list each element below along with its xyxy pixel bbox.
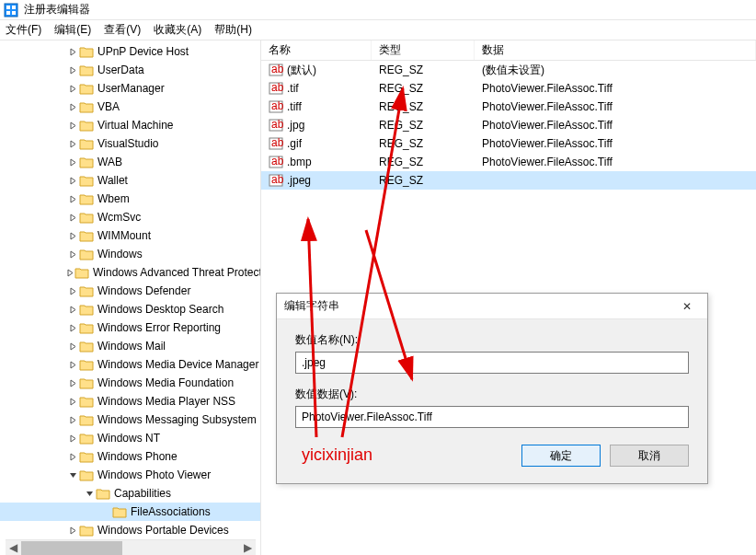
column-name[interactable]: 名称 xyxy=(261,40,372,60)
tree-item[interactable]: Capabilities xyxy=(0,484,260,503)
value-name-input[interactable] xyxy=(295,352,689,374)
svg-text:ab: ab xyxy=(271,99,283,112)
chevron-down-icon[interactable] xyxy=(83,487,96,500)
chevron-right-icon[interactable] xyxy=(66,211,79,224)
chevron-right-icon[interactable] xyxy=(66,64,79,76)
tree-panel[interactable]: UPnP Device HostUserDataUserManagerVBAVi… xyxy=(0,40,261,555)
chevron-right-icon[interactable] xyxy=(66,321,79,334)
chevron-right-icon[interactable] xyxy=(66,432,79,445)
tree-item[interactable]: UPnP Device Host xyxy=(0,42,260,61)
menu-file[interactable]: 文件(F) xyxy=(6,22,41,38)
table-row[interactable]: ab.jpgREG_SZPhotoViewer.FileAssoc.Tiff xyxy=(261,116,756,134)
column-type[interactable]: 类型 xyxy=(372,40,475,60)
tree-item[interactable]: VBA xyxy=(0,98,260,116)
chevron-right-icon[interactable] xyxy=(66,303,79,316)
tree-item[interactable]: Virtual Machine xyxy=(0,116,260,134)
chevron-right-icon[interactable] xyxy=(66,340,79,353)
chevron-right-icon[interactable] xyxy=(66,156,79,168)
tree-item[interactable]: Windows Photo Viewer xyxy=(0,466,260,484)
tree-item-label: UserManager xyxy=(97,82,165,95)
menu-help[interactable]: 帮助(H) xyxy=(214,22,252,38)
table-row[interactable]: ab.gifREG_SZPhotoViewer.FileAssoc.Tiff xyxy=(261,134,756,153)
tree-item[interactable]: Windows Messaging Subsystem xyxy=(0,410,260,429)
close-icon[interactable]: ✕ xyxy=(674,300,700,313)
tree-item[interactable]: WcmSvc xyxy=(0,208,260,226)
tree-item[interactable]: Windows Portable Devices xyxy=(0,521,260,539)
value-data: (数值未设置) xyxy=(475,63,756,78)
chevron-right-icon[interactable] xyxy=(66,45,79,58)
tree-item[interactable]: Windows Mail xyxy=(0,337,260,355)
chevron-right-icon[interactable] xyxy=(66,284,79,297)
tree-item[interactable]: FileAssociations xyxy=(0,503,260,521)
string-value-icon: ab xyxy=(269,81,283,96)
tree-item[interactable]: Windows Phone xyxy=(0,447,260,466)
window-title: 注册表编辑器 xyxy=(24,2,90,17)
table-row[interactable]: ab(默认)REG_SZ(数值未设置) xyxy=(261,61,756,79)
value-data-input[interactable] xyxy=(295,406,689,428)
tree-item[interactable]: VisualStudio xyxy=(0,134,260,153)
chevron-right-icon[interactable] xyxy=(66,524,79,537)
column-data[interactable]: 数据 xyxy=(475,40,756,60)
ok-button[interactable]: 确定 xyxy=(521,445,601,467)
chevron-right-icon[interactable] xyxy=(66,192,79,205)
chevron-right-icon[interactable] xyxy=(66,413,79,426)
list-header[interactable]: 名称 类型 数据 xyxy=(261,40,756,61)
table-row[interactable]: ab.bmpREG_SZPhotoViewer.FileAssoc.Tiff xyxy=(261,153,756,171)
menu-favorites[interactable]: 收藏夹(A) xyxy=(154,22,201,38)
tree-item[interactable]: Windows Media Player NSS xyxy=(0,392,260,410)
tree-item[interactable]: Wallet xyxy=(0,171,260,190)
chevron-right-icon[interactable] xyxy=(66,229,79,242)
tree-item[interactable]: UserData xyxy=(0,61,260,79)
tree-item-label: Wbem xyxy=(97,192,130,205)
tree-item[interactable]: Windows Desktop Search xyxy=(0,300,260,318)
scroll-track[interactable] xyxy=(21,541,240,555)
chevron-right-icon[interactable] xyxy=(66,376,79,389)
tree-item[interactable]: UserManager xyxy=(0,79,260,98)
chevron-right-icon[interactable] xyxy=(66,119,79,132)
chevron-right-icon[interactable] xyxy=(66,174,79,187)
menu-view[interactable]: 查看(V) xyxy=(104,22,141,38)
tree-item-label: UserData xyxy=(97,64,144,76)
folder-icon xyxy=(79,211,94,224)
cancel-button[interactable]: 取消 xyxy=(610,445,689,467)
svg-text:ab: ab xyxy=(271,173,283,186)
chevron-down-icon[interactable] xyxy=(66,468,79,481)
chevron-right-icon[interactable] xyxy=(66,137,79,150)
table-row[interactable]: ab.tiffREG_SZPhotoViewer.FileAssoc.Tiff xyxy=(261,98,756,116)
chevron-right-icon[interactable] xyxy=(66,266,74,279)
tree-item[interactable]: WAB xyxy=(0,153,260,171)
tree-item-label: WIMMount xyxy=(97,229,151,242)
tree-item[interactable]: Windows xyxy=(0,245,260,263)
table-row[interactable]: ab.tifREG_SZPhotoViewer.FileAssoc.Tiff xyxy=(261,79,756,98)
tree-item[interactable]: Windows Defender xyxy=(0,282,260,300)
menu-edit[interactable]: 编辑(E) xyxy=(54,22,91,38)
dialog-titlebar[interactable]: 编辑字符串 ✕ xyxy=(277,294,707,319)
table-row[interactable]: ab.jpegREG_SZ xyxy=(261,171,756,190)
value-name: .tiff xyxy=(287,100,302,113)
horizontal-scrollbar[interactable]: ◀ ▶ xyxy=(6,539,256,555)
chevron-right-icon[interactable] xyxy=(66,82,79,95)
chevron-right-icon[interactable] xyxy=(66,100,79,113)
chevron-right-icon[interactable] xyxy=(66,395,79,408)
folder-icon xyxy=(79,340,94,353)
chevron-right-icon[interactable] xyxy=(66,450,79,463)
chevron-right-icon[interactable] xyxy=(66,248,79,260)
ok-button-label: 确定 xyxy=(550,448,572,464)
tree-item[interactable]: Windows NT xyxy=(0,429,260,447)
value-name-label: 数值名称(N): xyxy=(295,332,689,348)
svg-rect-1 xyxy=(6,6,10,9)
folder-icon xyxy=(79,119,94,132)
folder-icon xyxy=(79,395,94,408)
tree-item-label: VisualStudio xyxy=(97,137,159,150)
scroll-thumb[interactable] xyxy=(21,541,122,555)
tree-item[interactable]: Windows Error Reporting xyxy=(0,318,260,337)
tree-item[interactable]: Windows Advanced Threat Protection xyxy=(0,263,260,282)
tree-item[interactable]: Wbem xyxy=(0,190,260,208)
chevron-right-icon[interactable] xyxy=(66,358,79,371)
tree-item[interactable]: Windows Media Foundation xyxy=(0,374,260,392)
tree-item[interactable]: WIMMount xyxy=(0,226,260,245)
scroll-right-button[interactable]: ▶ xyxy=(240,540,256,556)
tree-item[interactable]: Windows Media Device Manager xyxy=(0,355,260,374)
folder-icon xyxy=(74,266,89,279)
scroll-left-button[interactable]: ◀ xyxy=(6,540,21,556)
